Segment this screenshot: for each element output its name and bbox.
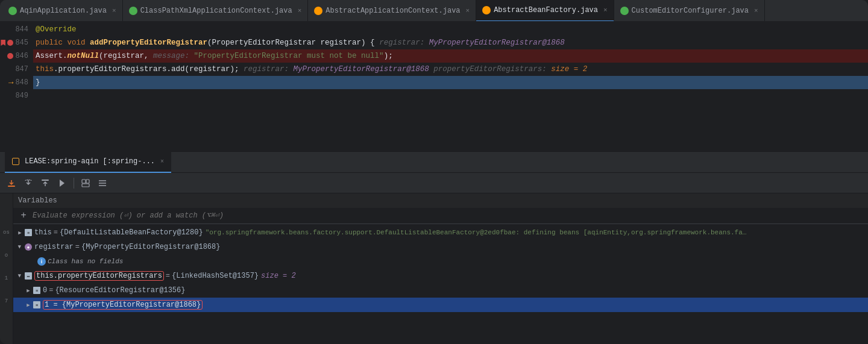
expand-propregistrars[interactable]: ▶	[16, 272, 24, 280]
var-row-nofields: i Class has no fields	[13, 254, 868, 269]
evaluate-input[interactable]	[33, 211, 863, 220]
left-sidebar-indicators: os o 1 7	[0, 193, 13, 344]
var-name-this: this	[34, 228, 52, 237]
gutter-847: 847	[0, 63, 28, 76]
var-row-this[interactable]: ▶ ≡ this = {DefaultListableBeanFactory@1…	[13, 225, 868, 240]
tab-classpathxml[interactable]: ClassPathXmlApplicationContext.java ×	[123, 0, 309, 22]
debug-tab-close[interactable]: ×	[160, 158, 164, 165]
var-val-item0: {ResourceEditorRegistrar@1356}	[55, 286, 185, 295]
var-name-registrar: registrar	[34, 243, 74, 251]
toolbar-sep	[74, 178, 74, 189]
var-name-item0: 0	[43, 286, 47, 295]
btn-step-over[interactable]	[22, 177, 35, 190]
icon-this: ≡	[24, 228, 33, 237]
debug-tab-icon	[12, 158, 19, 165]
svg-rect-3	[82, 180, 86, 183]
evaluate-bar: +	[13, 208, 868, 224]
debug-tab-bar: LEASE:spring-aqin [:spring-... ×	[0, 151, 868, 173]
variables-content: ▶ ≡ this = {DefaultListableBeanFactory@1…	[13, 224, 868, 344]
svg-rect-1	[42, 180, 49, 181]
gutter-844: 844	[0, 23, 28, 36]
btn-settings[interactable]	[96, 177, 109, 190]
var-val-propregistrars: {LinkedHashSet@1357}	[172, 272, 259, 280]
gutter-846: 846	[0, 49, 28, 63]
expand-item0[interactable]: ▶	[24, 286, 33, 295]
icon-nofields: i	[37, 257, 46, 266]
var-size-propregistrars: size = 2	[261, 272, 296, 280]
code-line-844: @Override	[33, 23, 868, 36]
tab-label-classpathxml: ClassPathXmlApplicationContext.java	[140, 7, 292, 15]
breakpoint-845[interactable]	[7, 40, 13, 46]
var-nofields-label: Class has no fields	[48, 258, 123, 265]
var-row-propregistrars[interactable]: ▶ ∞ this.propertyEditorRegistrars = {Lin…	[13, 269, 868, 283]
btn-restore-layout[interactable]	[79, 177, 92, 190]
tab-close-aqin[interactable]: ×	[112, 7, 116, 14]
var-name-propregistrars: this.propertyEditorRegistrars	[34, 272, 164, 280]
icon-item0: ≡	[33, 286, 41, 295]
code-line-846: Assert.notNull(registrar, message: "Prop…	[33, 49, 868, 63]
svg-marker-2	[60, 180, 64, 187]
code-lines: @Override public void addPropertyEditorR…	[33, 22, 868, 151]
btn-step-out[interactable]	[39, 177, 52, 190]
expand-item1[interactable]: ▶	[24, 301, 33, 309]
var-row-item1[interactable]: ▶ ≡ 1 = {MyPropertyEditorRegistrar@1868}	[13, 298, 868, 312]
icon-propregistrars: ∞	[24, 272, 33, 280]
variables-label: Variables	[18, 196, 57, 205]
gutter-848: → 848	[0, 76, 28, 89]
breakpoint-846[interactable]	[7, 53, 13, 59]
tab-icon-classpathxml	[129, 7, 137, 15]
expand-this[interactable]: ▶	[16, 228, 24, 237]
tab-icon-abstract	[314, 7, 322, 15]
svg-rect-0	[8, 186, 15, 187]
tab-icon-aqin	[8, 7, 17, 15]
var-val-registrar: {MyPropertyEditorRegistrar@1868}	[81, 243, 220, 251]
icon-item1: ≡	[33, 301, 41, 309]
var-name-item1: 1 = {MyPropertyEditorRegistrar@1868}	[43, 301, 203, 309]
line-numbers-gutter: 844 845 846 847 → 848 849	[0, 22, 33, 151]
tab-bar: AqinApplication.java × ClassPathXmlAppli…	[0, 0, 868, 22]
var-row-item0[interactable]: ▶ ≡ 0 = {ResourceEditorRegistrar@1356}	[13, 283, 868, 298]
debug-tab-label: LEASE:spring-aqin [:spring-...	[25, 157, 155, 166]
arrow-icon-848: →	[8, 76, 13, 89]
variables-header: Variables	[13, 193, 868, 208]
variables-panel: Variables + ▶ ≡ this = {DefaultListableB…	[13, 193, 868, 344]
tab-icon-abstractbean	[482, 6, 491, 14]
tab-label-aqin: AqinApplication.java	[20, 7, 107, 15]
code-line-847: this.propertyEditorRegistrars.add(regist…	[33, 63, 868, 76]
debug-main: os o 1 7 Variables + ▶ ≡ this = {Default…	[0, 193, 868, 344]
tab-abstractbean[interactable]: AbstractBeanFactory.java ×	[476, 0, 614, 22]
btn-run-to-cursor[interactable]	[55, 177, 69, 190]
tab-icon-custom	[620, 7, 629, 15]
tab-abstract[interactable]: AbstractApplicationContext.java ×	[308, 0, 476, 22]
icon-registrar: ●	[24, 243, 33, 251]
gutter-845: 845	[0, 36, 28, 49]
btn-step-into[interactable]	[5, 177, 18, 190]
code-line-845: public void addPropertyEditorRegistrar(P…	[33, 36, 868, 49]
tab-label-custom: CustomEditorConfigurer.java	[632, 7, 749, 15]
tab-label-abstract: AbstractApplicationContext.java	[326, 7, 460, 15]
debug-tab-lease[interactable]: LEASE:spring-aqin [:spring-... ×	[5, 151, 171, 173]
tab-aqin[interactable]: AqinApplication.java ×	[2, 0, 123, 22]
bookmark-icon-845	[1, 40, 5, 46]
tab-label-abstractbean: AbstractBeanFactory.java	[494, 6, 598, 14]
code-line-849	[33, 89, 868, 102]
svg-rect-4	[86, 180, 89, 183]
debug-toolbar	[0, 173, 868, 193]
tab-close-custom[interactable]: ×	[754, 7, 758, 14]
code-line-848: }	[33, 76, 868, 89]
tab-close-abstract[interactable]: ×	[466, 7, 470, 14]
tab-close-classpathxml[interactable]: ×	[298, 7, 302, 14]
svg-rect-5	[82, 184, 89, 187]
var-row-registrar[interactable]: ▶ ● registrar = {MyPropertyEditorRegistr…	[13, 240, 868, 254]
add-watch-button[interactable]: +	[18, 210, 29, 221]
var-val-this: {DefaultListableBeanFactory@1280}	[60, 228, 203, 237]
gutter-849: 849	[0, 89, 28, 102]
tab-custom[interactable]: CustomEditorConfigurer.java ×	[614, 0, 765, 22]
expand-registrar[interactable]: ▶	[16, 243, 24, 251]
code-editor: 844 845 846 847 → 848 849 @Override	[0, 22, 868, 151]
tab-close-abstractbean[interactable]: ×	[603, 7, 608, 14]
